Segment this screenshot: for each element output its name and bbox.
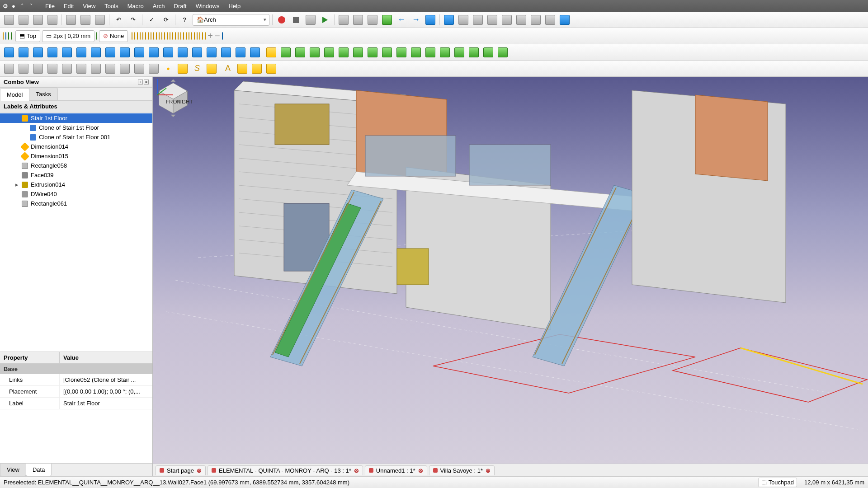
zoom-button[interactable] xyxy=(443,14,455,26)
macro-edit-button[interactable] xyxy=(304,14,317,26)
view-fit-button[interactable] xyxy=(337,14,350,26)
draft-shape-6[interactable] xyxy=(90,62,102,75)
draft-mod-11[interactable] xyxy=(162,46,175,59)
arch-tool-27[interactable] xyxy=(205,33,206,39)
fill-style-selector[interactable]: ⊘None xyxy=(99,30,128,42)
snap-0[interactable] xyxy=(279,46,292,59)
property-row[interactable]: Links[Clone052 (Clone of Stair ... xyxy=(0,374,152,386)
document-tab[interactable]: ELEMENTAL - QUINTA - MONROY - ARQ - 13 :… xyxy=(208,465,363,475)
view-rear-button[interactable] xyxy=(515,14,528,26)
menu-windows[interactable]: Windows xyxy=(191,1,224,11)
draft-mod-2[interactable] xyxy=(32,46,44,59)
tree-item[interactable]: Dimension015 xyxy=(0,151,152,161)
tree-item[interactable]: Dimension014 xyxy=(0,142,152,151)
arch-export-button[interactable] xyxy=(8,33,9,39)
tree-item[interactable]: Rectangle058 xyxy=(0,161,152,170)
construction-button[interactable] xyxy=(96,33,97,39)
redo-button[interactable]: ↷ xyxy=(127,14,139,26)
part-link-button[interactable] xyxy=(424,14,437,26)
view-front-button[interactable] xyxy=(472,14,484,26)
arch-tool-17[interactable] xyxy=(178,33,179,39)
draft-mod-7[interactable] xyxy=(104,46,117,59)
view-fitsel-button[interactable] xyxy=(352,14,364,26)
3d-viewport[interactable]: FRONT RIGHT Start page⊗ELEMENTAL - QUINT… xyxy=(153,77,868,476)
close-icon[interactable]: ⊗ xyxy=(486,467,491,474)
tree-item[interactable]: Face039 xyxy=(0,170,152,180)
view-left-button[interactable] xyxy=(544,14,557,26)
arch-tool-18[interactable] xyxy=(180,33,181,39)
draft-mod-15[interactable] xyxy=(220,46,232,59)
tree-item[interactable]: Clone of Stair 1st Floor 001 xyxy=(0,132,152,142)
arch-tool-16[interactable] xyxy=(175,33,176,39)
arch-tool-10[interactable] xyxy=(159,33,160,39)
arch-tool-0[interactable] xyxy=(132,33,132,39)
menu-file[interactable]: File xyxy=(41,1,59,11)
draft-shape-4[interactable] xyxy=(61,62,73,75)
draft-text-button[interactable]: A xyxy=(222,62,234,75)
snap-5[interactable] xyxy=(352,46,364,59)
property-row[interactable]: LabelStair 1st Floor xyxy=(0,398,152,409)
tab-model[interactable]: Model xyxy=(0,88,29,101)
arch-tool-4[interactable] xyxy=(142,33,143,39)
property-row[interactable]: Placement[(0,00 0,00 1,00); 0,00 °; (0,.… xyxy=(0,386,152,398)
view-right-button[interactable] xyxy=(500,14,513,26)
tree-item[interactable]: Clone of Stair 1st Floor xyxy=(0,123,152,132)
menu-draft[interactable]: Draft xyxy=(170,1,191,11)
arch-add-button[interactable]: + xyxy=(208,31,213,41)
draft-mod-14[interactable] xyxy=(205,46,218,59)
macro-play-button[interactable] xyxy=(319,14,331,26)
draft-shape-2[interactable] xyxy=(32,62,44,75)
line-style-selector[interactable]: ▭2px | 0,20 mm xyxy=(42,30,94,42)
snap-2[interactable] xyxy=(308,46,321,59)
draft-shape-7[interactable] xyxy=(104,62,117,75)
draft-shape-1[interactable] xyxy=(17,62,30,75)
menu-tools[interactable]: Tools xyxy=(100,1,123,11)
draft-mod-5[interactable] xyxy=(75,46,88,59)
reload-button[interactable]: ⟳ xyxy=(160,14,172,26)
nav-back-button[interactable]: ← xyxy=(395,14,408,26)
arch-tool-22[interactable] xyxy=(191,33,192,39)
draft-annostyle-button[interactable] xyxy=(265,62,278,75)
arch-tool-7[interactable] xyxy=(151,33,151,39)
new-button[interactable] xyxy=(3,14,15,26)
document-tab[interactable]: Start page⊗ xyxy=(156,465,206,475)
snap-8[interactable] xyxy=(395,46,408,59)
undo-button[interactable]: ↶ xyxy=(112,14,125,26)
arch-tool-26[interactable] xyxy=(202,33,203,39)
draft-dim-button[interactable] xyxy=(236,62,249,75)
cut-button[interactable] xyxy=(65,14,77,26)
panel-close-button[interactable]: × xyxy=(144,80,149,84)
draft-mod-3[interactable] xyxy=(46,46,59,59)
draft-shape-9[interactable] xyxy=(133,62,146,75)
menu-macro[interactable]: Macro xyxy=(123,1,148,11)
draft-box-button[interactable] xyxy=(176,62,189,75)
draft-mod-4[interactable] xyxy=(61,46,73,59)
arch-tool-20[interactable] xyxy=(186,33,187,39)
draft-mod-8[interactable] xyxy=(118,46,131,59)
globe-button[interactable] xyxy=(381,14,393,26)
tab-tasks[interactable]: Tasks xyxy=(29,88,57,100)
snap-4[interactable] xyxy=(337,46,350,59)
draft-mod-13[interactable] xyxy=(191,46,203,59)
draft-point-button[interactable]: ● xyxy=(162,62,175,75)
macro-stop-button[interactable] xyxy=(290,14,302,26)
draft-shape-5[interactable] xyxy=(75,62,88,75)
view-plane-selector[interactable]: ⬒Top xyxy=(15,30,40,42)
document-tab[interactable]: Villa Savoye : 1*⊗ xyxy=(429,465,495,475)
refresh-button[interactable]: ✓ xyxy=(145,14,158,26)
snap-10[interactable] xyxy=(424,46,437,59)
workbench-selector[interactable]: 🏠 Arch xyxy=(193,14,269,26)
tree-item[interactable]: Rectangle061 xyxy=(0,199,152,208)
snap-3[interactable] xyxy=(323,46,335,59)
draft-string-button[interactable]: S xyxy=(191,62,203,75)
measure-button[interactable] xyxy=(558,14,571,26)
snap-15[interactable] xyxy=(496,46,509,59)
draft-mod-6[interactable] xyxy=(90,46,102,59)
open-button[interactable] xyxy=(17,14,30,26)
arch-tool-9[interactable] xyxy=(156,33,157,39)
nav-fwd-button[interactable]: → xyxy=(410,14,422,26)
draft-shape-10[interactable] xyxy=(147,62,160,75)
panel-float-button[interactable]: ▫ xyxy=(138,80,143,84)
arch-tool-23[interactable] xyxy=(194,33,195,39)
close-icon[interactable]: ⊗ xyxy=(197,467,202,474)
